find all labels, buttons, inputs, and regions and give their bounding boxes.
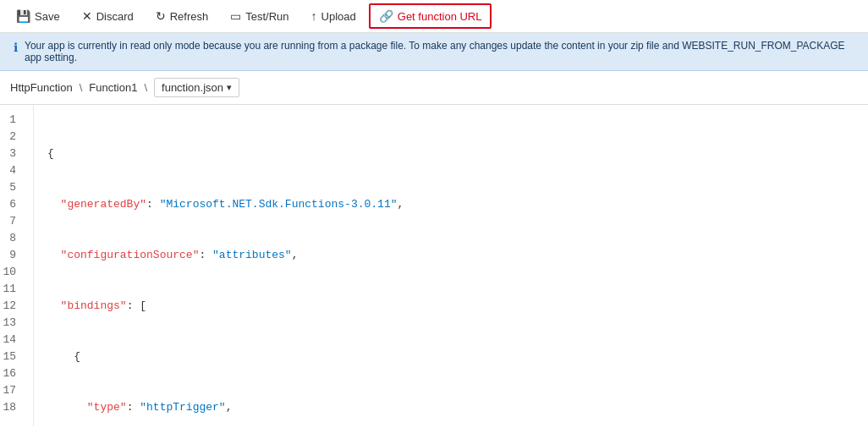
breadcrumb-part2: Function1	[89, 81, 137, 94]
info-banner: ℹ Your app is currently in read only mod…	[0, 33, 868, 71]
line-num-5: 5	[0, 179, 23, 196]
discard-button[interactable]: ✕ Discard	[73, 4, 143, 28]
line-num-8: 8	[0, 230, 23, 247]
code-line-5: {	[47, 348, 868, 365]
testrun-button[interactable]: ▭ Test/Run	[221, 4, 298, 28]
refresh-button[interactable]: ↻ Refresh	[146, 4, 218, 28]
breadcrumb: HttpFunction \ Function1 \ function.json…	[0, 71, 868, 105]
line-numbers: 1 2 3 4 5 6 7 8 9 10 11 12 13 14 15 16 1…	[0, 105, 34, 426]
editor-container: 1 2 3 4 5 6 7 8 9 10 11 12 13 14 15 16 1…	[0, 105, 868, 426]
save-label: Save	[35, 10, 60, 23]
line-num-6: 6	[0, 196, 23, 213]
upload-icon: ↑	[311, 9, 317, 23]
get-function-url-label: Get function URL	[398, 10, 482, 23]
line-num-3: 3	[0, 145, 23, 162]
code-line-4: "bindings": [	[47, 298, 868, 315]
refresh-label: Refresh	[170, 10, 209, 23]
breadcrumb-sep1: \	[80, 81, 83, 94]
save-icon: 💾	[16, 9, 30, 23]
line-num-14: 14	[0, 332, 23, 348]
info-icon: ℹ	[14, 41, 18, 54]
chevron-down-icon: ▾	[227, 82, 232, 93]
get-function-url-button[interactable]: 🔗 Get function URL	[369, 3, 492, 29]
code-line-6: "type": "httpTrigger",	[47, 399, 868, 416]
info-message: Your app is currently in read only mode …	[25, 40, 854, 63]
refresh-icon: ↻	[156, 9, 166, 23]
file-dropdown-label: function.json	[162, 81, 223, 94]
discard-label: Discard	[96, 10, 134, 23]
code-line-2: "generatedBy": "Microsoft.NET.Sdk.Functi…	[47, 196, 868, 213]
line-num-17: 17	[0, 382, 23, 399]
line-num-2: 2	[0, 129, 23, 145]
line-num-11: 11	[0, 281, 23, 298]
line-num-13: 13	[0, 315, 23, 332]
breadcrumb-part1: HttpFunction	[10, 81, 73, 94]
line-num-4: 4	[0, 162, 23, 179]
link-icon: 🔗	[379, 9, 393, 23]
line-num-9: 9	[0, 247, 23, 264]
code-line-1: {	[47, 145, 868, 162]
breadcrumb-sep2: \	[144, 81, 147, 94]
line-num-7: 7	[0, 213, 23, 230]
file-dropdown[interactable]: function.json ▾	[154, 78, 239, 97]
code-editor[interactable]: 1 2 3 4 5 6 7 8 9 10 11 12 13 14 15 16 1…	[0, 105, 868, 426]
testrun-icon: ▭	[230, 9, 241, 23]
line-num-18: 18	[0, 399, 23, 416]
testrun-label: Test/Run	[245, 10, 288, 23]
line-num-12: 12	[0, 298, 23, 315]
upload-label: Upload	[321, 10, 356, 23]
toolbar: 💾 Save ✕ Discard ↻ Refresh ▭ Test/Run ↑ …	[0, 0, 868, 33]
line-num-15: 15	[0, 348, 23, 365]
line-num-10: 10	[0, 264, 23, 281]
code-line-3: "configurationSource": "attributes",	[47, 247, 868, 264]
upload-button[interactable]: ↑ Upload	[302, 4, 365, 28]
save-button[interactable]: 💾 Save	[7, 4, 69, 28]
line-num-16: 16	[0, 365, 23, 382]
code-lines: { "generatedBy": "Microsoft.NET.Sdk.Func…	[34, 105, 868, 426]
discard-icon: ✕	[82, 9, 92, 23]
line-num-1: 1	[0, 112, 23, 129]
